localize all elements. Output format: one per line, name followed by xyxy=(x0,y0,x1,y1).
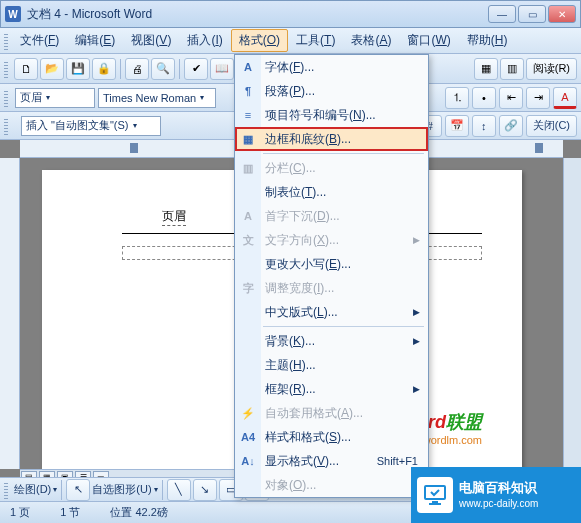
hf-close-button[interactable]: 关闭(C) xyxy=(526,115,577,137)
permissions-button[interactable]: 🔒 xyxy=(92,58,116,80)
style-value: 页眉 xyxy=(20,90,42,105)
draw-menu[interactable]: 绘图(D) xyxy=(14,482,51,497)
font-combo[interactable]: Times New Roman▾ xyxy=(98,88,216,108)
menu-v[interactable]: 视图(V) xyxy=(123,29,179,52)
arrow-button[interactable]: ↘ xyxy=(193,479,217,501)
menu-item-e[interactable]: 更改大小写(E)... xyxy=(235,252,428,276)
chevron-down-icon: ▾ xyxy=(154,485,158,494)
menu-o[interactable]: 格式(O) xyxy=(231,29,288,52)
menu-item-icon xyxy=(239,255,257,273)
menubar-grip[interactable] xyxy=(4,32,8,50)
menu-item-icon: A4 xyxy=(239,428,257,446)
menu-item-k[interactable]: 背景(K)...▶ xyxy=(235,329,428,353)
style-combo[interactable]: 页眉▾ xyxy=(15,88,95,108)
bullets-button[interactable]: • xyxy=(472,87,496,109)
menu-e[interactable]: 编辑(E) xyxy=(67,29,123,52)
menu-item-icon xyxy=(239,356,257,374)
menu-item-h[interactable]: 主题(H)... xyxy=(235,353,428,377)
menu-f[interactable]: 文件(F) xyxy=(12,29,67,52)
columns-button[interactable]: ▥ xyxy=(500,58,524,80)
font-color-button[interactable]: A xyxy=(553,87,577,109)
menu-item-s[interactable]: A4样式和格式(S)... xyxy=(235,425,428,449)
toolbar-sep xyxy=(179,59,180,79)
menu-separator xyxy=(263,326,424,327)
menu-item-f[interactable]: A字体(F)... xyxy=(235,55,428,79)
svg-rect-1 xyxy=(432,501,438,503)
menu-a[interactable]: 表格(A) xyxy=(343,29,399,52)
new-doc-button[interactable]: 🗋 xyxy=(14,58,38,80)
svg-rect-2 xyxy=(429,503,441,505)
menu-item-icon: ▦ xyxy=(239,130,257,148)
table-button[interactable]: ▦ xyxy=(474,58,498,80)
menu-accelerator: Shift+F1 xyxy=(377,455,418,467)
menu-separator xyxy=(263,153,424,154)
site-badge: 电脑百科知识 www.pc-daily.com xyxy=(411,467,581,523)
minimize-button[interactable]: — xyxy=(488,5,516,23)
select-arrow-button[interactable]: ↖ xyxy=(66,479,90,501)
drawbar-grip[interactable] xyxy=(4,481,8,499)
menu-item-icon: A↓ xyxy=(239,452,257,470)
menu-item-icon xyxy=(239,380,257,398)
maximize-button[interactable]: ▭ xyxy=(518,5,546,23)
fmt-grip[interactable] xyxy=(4,89,8,107)
menu-item-icon xyxy=(239,332,257,350)
menu-item-o: 对象(O)... xyxy=(235,473,428,497)
menu-item-icon: A xyxy=(239,58,257,76)
menu-item-v[interactable]: A↓显示格式(V)...Shift+F1 xyxy=(235,449,428,473)
hf-link-button[interactable]: 🔗 xyxy=(499,115,523,137)
menu-item-p[interactable]: ¶段落(P)... xyxy=(235,79,428,103)
badge-text: 电脑百科知识 www.pc-daily.com xyxy=(459,480,538,510)
vertical-ruler[interactable] xyxy=(0,158,20,469)
word-app-icon: W xyxy=(5,6,21,22)
save-button[interactable]: 💾 xyxy=(66,58,90,80)
hf-date-button[interactable]: 📅 xyxy=(445,115,469,137)
close-button[interactable]: ✕ xyxy=(548,5,576,23)
menu-item-n[interactable]: ≡项目符号和编号(N)... xyxy=(235,103,428,127)
monitor-icon xyxy=(417,477,453,513)
preview-button[interactable]: 🔍 xyxy=(151,58,175,80)
menu-item-d: A首字下沉(D)... xyxy=(235,204,428,228)
page-indicator: 1 页 xyxy=(10,505,30,520)
research-button[interactable]: 📖 xyxy=(210,58,234,80)
menu-w[interactable]: 窗口(W) xyxy=(399,29,458,52)
toolbar-grip[interactable] xyxy=(4,60,8,78)
menu-item-icon xyxy=(239,303,257,321)
menu-item-b[interactable]: ▦边框和底纹(B)... xyxy=(235,127,428,151)
menu-item-x: 文文字方向(X)...▶ xyxy=(235,228,428,252)
menu-item-icon: 字 xyxy=(239,279,257,297)
chevron-down-icon: ▾ xyxy=(200,93,204,102)
autoshapes-menu[interactable]: 自选图形(U) xyxy=(92,482,151,497)
menu-h[interactable]: 帮助(H) xyxy=(459,29,516,52)
toolbar-sep xyxy=(120,59,121,79)
format-menu-dropdown: A字体(F)...¶段落(P)...≡项目符号和编号(N)...▦边框和底纹(B… xyxy=(234,54,429,498)
menu-item-icon: ≡ xyxy=(239,106,257,124)
menu-t[interactable]: 工具(T) xyxy=(288,29,343,52)
spellcheck-button[interactable]: ✔ xyxy=(184,58,208,80)
drawbar-sep xyxy=(162,480,163,500)
menu-item-t[interactable]: 制表位(T)... xyxy=(235,180,428,204)
menu-item-icon: A xyxy=(239,207,257,225)
indent-button[interactable]: ⇥ xyxy=(526,87,550,109)
menu-item-icon: 文 xyxy=(239,231,257,249)
submenu-arrow-icon: ▶ xyxy=(413,336,420,346)
line-button[interactable]: ╲ xyxy=(167,479,191,501)
print-button[interactable]: 🖨 xyxy=(125,58,149,80)
outdent-button[interactable]: ⇤ xyxy=(499,87,523,109)
read-mode-button[interactable]: 阅读(R) xyxy=(526,58,577,80)
numbering-button[interactable]: ⒈ xyxy=(445,87,469,109)
autotext-combo[interactable]: 插入 "自动图文集"(S)▾ xyxy=(21,116,161,136)
menu-i[interactable]: 插入(I) xyxy=(179,29,230,52)
open-button[interactable]: 📂 xyxy=(40,58,64,80)
font-value: Times New Roman xyxy=(103,92,196,104)
autotext-grip[interactable] xyxy=(4,117,8,135)
vertical-scrollbar[interactable] xyxy=(563,158,581,469)
menu-item-r[interactable]: 框架(R)...▶ xyxy=(235,377,428,401)
hf-nav-button[interactable]: ↕ xyxy=(472,115,496,137)
position-indicator: 位置 42.2磅 xyxy=(110,505,167,520)
menubar: 文件(F)编辑(E)视图(V)插入(I)格式(O)工具(T)表格(A)窗口(W)… xyxy=(0,28,581,54)
svg-rect-0 xyxy=(425,486,445,499)
menu-item-icon: ▥ xyxy=(239,159,257,177)
menu-item-l[interactable]: 中文版式(L)...▶ xyxy=(235,300,428,324)
window-buttons: — ▭ ✕ xyxy=(488,5,576,23)
menu-item-a: ⚡自动套用格式(A)... xyxy=(235,401,428,425)
